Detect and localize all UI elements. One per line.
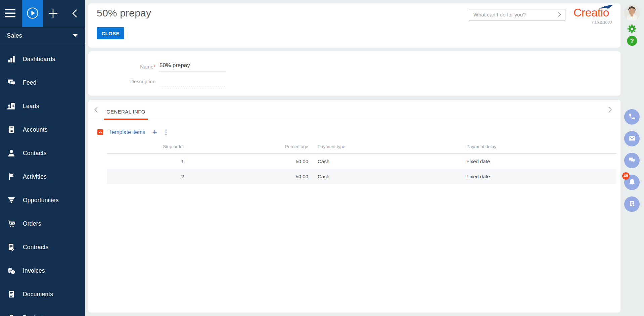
email-button[interactable] [624,131,640,146]
tabs-scroll-right-button[interactable] [608,106,612,114]
name-field[interactable]: 50% prepay [159,62,225,72]
chevron-up-icon [98,130,102,135]
cell-percentage: 50.00 [184,159,308,164]
collapse-sidebar-button[interactable] [71,8,78,19]
sidebar-item-label: Accounts [23,126,48,133]
main-menu-button[interactable] [5,9,16,19]
sidebar-item-label: Invoices [23,267,45,274]
cell-step-order: 1 [107,159,184,164]
leads-icon [7,101,16,111]
column-header-percentage[interactable]: Percentage [184,144,308,149]
record-form-card: Name* 50% prepay Description [88,51,620,96]
accounts-icon [7,125,16,134]
sidebar-item-label: Products [23,314,47,316]
sidebar-item-products[interactable]: Products [0,306,85,316]
tabs-scroll-left-button[interactable] [94,106,98,114]
collapse-detail-button[interactable] [97,129,103,135]
process-document-icon [628,200,636,209]
sidebar-item-label: Documents [23,291,53,298]
cell-step-order: 2 [107,174,184,179]
run-process-button[interactable] [22,0,43,27]
contracts-icon [7,242,16,252]
envelope-icon [628,134,636,143]
sidebar-item-contacts[interactable]: Contacts [0,141,85,165]
cell-percentage: 50.00 [184,174,308,179]
quick-add-button[interactable] [47,8,59,20]
description-field-label: Description [88,79,155,84]
sidebar-item-leads[interactable]: Leads [0,94,85,118]
sidebar-item-activities[interactable]: Activities [0,165,85,188]
svg-text:1: 1 [12,270,14,274]
search-submit-button[interactable] [554,9,565,20]
tab-strip: GENERAL INFO [88,100,620,120]
sidebar-item-feed[interactable]: Feed [0,71,85,94]
name-field-label: Name* [88,64,155,70]
workplace-selector[interactable]: Sales [0,27,85,44]
sidebar-item-label: Feed [23,79,37,86]
notification-count-badge: 46 [622,172,630,180]
settings-button[interactable] [627,24,637,35]
opportunities-icon [7,195,16,205]
calls-button[interactable] [624,109,640,125]
chat-bubbles-icon [628,156,636,165]
sidebar-item-label: Opportunities [23,197,59,204]
sidebar-top-toolbar [0,0,85,27]
sidebar-item-label: Contracts [23,244,49,251]
orders-icon [7,219,16,228]
chevron-down-icon [73,34,78,37]
invoices-icon: 1 [7,266,16,275]
products-icon [7,313,16,316]
version-label: 7.16.2.1600 [591,20,612,24]
plus-icon [47,8,59,20]
play-process-icon [27,7,39,20]
sidebar-item-accounts[interactable]: Accounts [0,118,85,141]
page-header-card: 50% prepay CLOSE Creatio 7.16.2.1600 [88,3,620,48]
workplace-label: Sales [7,32,22,39]
chevron-right-icon [557,12,562,18]
sidebar-item-label: Leads [23,103,39,110]
column-header-payment-delay[interactable]: Payment delay [466,144,616,149]
column-header-payment-type[interactable]: Payment type [308,144,466,149]
chevron-right-icon [608,109,612,114]
sidebar-item-label: Contacts [23,150,47,157]
documents-icon [7,289,16,299]
notifications-button[interactable]: 46 [624,175,640,190]
question-icon: ? [627,42,637,47]
search-input[interactable] [469,12,554,18]
sidebar-item-invoices[interactable]: 1 Invoices [0,259,85,282]
cell-payment-type: Cash [308,159,466,164]
logo-arrow-icon [598,5,614,11]
chat-button[interactable] [624,153,640,168]
cell-payment-type: Cash [308,174,466,179]
table-row[interactable]: 2 50.00 Cash Fixed date [107,169,616,184]
template-items-detail-header: Template items + ⋮ [97,129,169,135]
description-field[interactable] [159,77,225,86]
sidebar-item-documents[interactable]: Documents [0,282,85,306]
help-button[interactable]: ? [627,36,637,47]
sidebar-item-orders[interactable]: Orders [0,212,85,235]
feed-icon [7,78,16,87]
column-header-step-order[interactable]: Step order [107,144,184,149]
chevron-left-icon [94,109,98,114]
user-avatar[interactable] [624,5,640,21]
sidebar-item-dashboards[interactable]: Dashboards [0,47,85,71]
detail-title[interactable]: Template items [109,129,145,135]
tab-general-info[interactable]: GENERAL INFO [106,109,145,115]
hamburger-icon [5,9,16,19]
grid-header-row: Step order Percentage Payment type Payme… [107,139,616,154]
sidebar-item-contracts[interactable]: Contracts [0,235,85,259]
close-button[interactable]: CLOSE [97,27,124,39]
sidebar-nav: Dashboards Feed Leads Accounts Contacts [0,44,85,316]
process-log-button[interactable] [624,196,640,212]
add-record-icon[interactable]: + [152,129,157,135]
activities-icon [7,172,16,181]
sidebar-item-opportunities[interactable]: Opportunities [0,188,85,212]
svg-text:?: ? [630,38,634,44]
sidebar: Sales Dashboards Feed Leads [0,0,85,316]
table-row[interactable]: 1 50.00 Cash Fixed date [107,154,616,169]
sidebar-item-label: Orders [23,220,41,227]
more-actions-icon[interactable]: ⋮ [163,129,169,135]
template-items-grid: Step order Percentage Payment type Payme… [107,139,616,184]
active-tab-underline [104,119,148,120]
sidebar-item-label: Dashboards [23,56,55,63]
